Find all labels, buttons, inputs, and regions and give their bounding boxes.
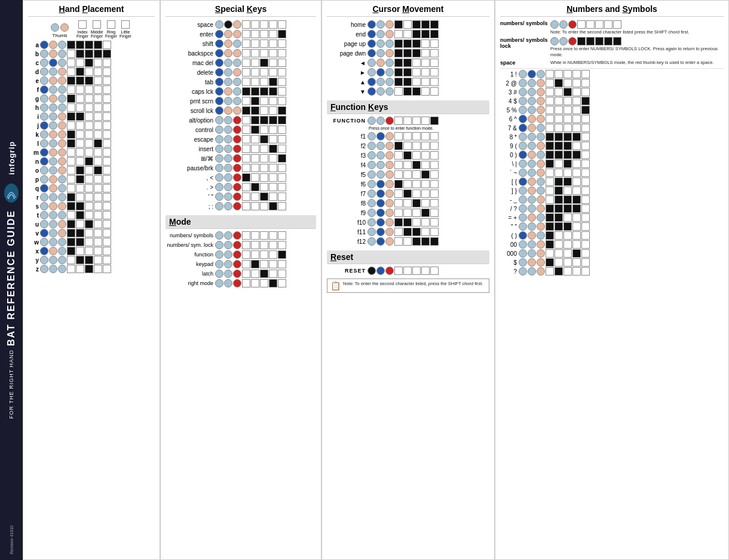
num-key-3: 3 # bbox=[500, 88, 724, 96]
special-key-backspace: backspce bbox=[166, 49, 316, 57]
nums-note2: Press once to enter NUMBERS/ SYMBOLS LOC… bbox=[550, 46, 724, 58]
special-key-alt: alt/option bbox=[166, 116, 316, 124]
brand-label: infogrip bbox=[7, 141, 16, 175]
func-key-f10: f10 bbox=[327, 218, 489, 227]
num-key-4: 4 $ bbox=[500, 97, 724, 105]
mode-function: function bbox=[166, 250, 316, 259]
key-row-e: e bbox=[28, 76, 155, 85]
function-keys-title: Function Keys bbox=[327, 100, 489, 114]
key-row-s: s bbox=[28, 202, 155, 210]
reset-note: Note: To enter the second character list… bbox=[343, 281, 483, 287]
num-key-dquote: " " bbox=[500, 222, 724, 231]
key-row-c: c bbox=[28, 59, 155, 67]
mode-nums: numbers/ symbols bbox=[166, 231, 316, 240]
little-label: Little Finger bbox=[119, 20, 132, 38]
num-key-000: 000 bbox=[500, 249, 724, 258]
sidebar: infogrip BAT REFERENCE GUIDE FOR THE RIG… bbox=[0, 0, 23, 560]
key-row-m: m bbox=[28, 148, 155, 157]
num-key-5: 5 % bbox=[500, 106, 724, 114]
num-key-slash: / ? bbox=[500, 204, 724, 213]
cursor-key-pagedown: page dwn bbox=[327, 49, 489, 57]
key-row-q: q bbox=[28, 184, 155, 192]
key-row-h: h bbox=[28, 103, 155, 112]
num-key-backslash: \ | bbox=[500, 160, 724, 168]
num-key-backtick: ` ~ bbox=[500, 169, 724, 177]
reset-row: RESET bbox=[327, 267, 489, 275]
key-row-b: b bbox=[28, 50, 155, 58]
special-key-space: space bbox=[166, 20, 316, 29]
func-key-f7: f7 bbox=[327, 189, 489, 198]
key-row-d: d bbox=[28, 68, 155, 76]
func-key-f4: f4 bbox=[327, 161, 489, 169]
reset-note-box: 📋 Note: To enter the second character li… bbox=[327, 279, 489, 293]
key-row-g: g bbox=[28, 94, 155, 103]
mode-subsection: Mode numbers/ symbols bbox=[166, 215, 316, 287]
mode-latch: latch bbox=[166, 270, 316, 278]
brand-logo bbox=[2, 181, 20, 205]
thumb-label: Thumb bbox=[51, 23, 69, 38]
num-key-6: 6 ^ bbox=[500, 115, 724, 123]
key-row-v: v bbox=[28, 229, 155, 237]
func-key-f3: f3 bbox=[327, 151, 489, 160]
mode-numslock: numbers/ sym. lock bbox=[166, 241, 316, 249]
special-key-tab: tab bbox=[166, 78, 316, 86]
nums-lock-header-row: numbers/ symbols lock Press once to ente… bbox=[500, 37, 724, 58]
cursor-key-down: ▼ bbox=[327, 87, 489, 96]
hand-placement-title: Hand Placement bbox=[28, 4, 155, 17]
guide-sub: FOR THE RIGHT HAND bbox=[8, 350, 14, 419]
func-key-f8: f8 bbox=[327, 199, 489, 207]
cursor-key-home: home bbox=[327, 20, 489, 29]
key-row-y: y bbox=[28, 256, 155, 264]
key-row-f: f bbox=[28, 85, 155, 94]
cursor-key-pageup: page up bbox=[327, 39, 489, 48]
num-key-equals: = + bbox=[500, 213, 724, 222]
key-row-x: x bbox=[28, 247, 155, 255]
num-key-2: 2 @ bbox=[500, 79, 724, 87]
nums-note1: Note: To enter the second character list… bbox=[550, 29, 689, 35]
special-key-scrolllck: scroll lck bbox=[166, 106, 316, 115]
mode-keypad: keypad bbox=[166, 260, 316, 268]
special-key-escape: escape bbox=[166, 135, 316, 143]
num-key-8: 8 * bbox=[500, 133, 724, 141]
func-key-f2: f2 bbox=[327, 142, 489, 150]
cursor-key-end: end bbox=[327, 30, 489, 38]
special-key-prntscrn: prnt scrn bbox=[166, 97, 316, 105]
reset-title: Reset bbox=[327, 250, 489, 264]
key-row-p: p bbox=[28, 175, 155, 183]
key-row-r: r bbox=[28, 193, 155, 201]
num-key-minus: - _ bbox=[500, 195, 724, 204]
special-key-pause: pause/brk bbox=[166, 164, 316, 172]
func-key-f12: f12 bbox=[327, 237, 489, 246]
ring-label: Ring Finger bbox=[105, 20, 118, 38]
num-key-question: ? bbox=[500, 267, 724, 276]
hand-placement-section: Hand Placement Thumb Index Finger bbox=[23, 0, 160, 560]
func-key-f9: f9 bbox=[327, 209, 489, 217]
cursor-key-up: ▲ bbox=[327, 78, 489, 86]
special-key-semicolon: ; : bbox=[166, 202, 316, 210]
key-row-t: t bbox=[28, 211, 155, 219]
thumb-circle bbox=[51, 23, 59, 32]
num-key-00: 00 bbox=[500, 240, 724, 249]
num-key-7: 7 & bbox=[500, 124, 724, 132]
mode-rightmode: right mode bbox=[166, 279, 316, 287]
func-key-f6: f6 bbox=[327, 180, 489, 188]
special-key-wincmd: ⊞/⌘ bbox=[166, 154, 316, 163]
func-key-f5: f5 bbox=[327, 170, 489, 179]
nums-space-row: space While in NUMBERS/SYMBOLS mode, the… bbox=[500, 60, 724, 66]
special-key-delete: delete bbox=[166, 68, 316, 76]
nums-note3: While in NUMBERS/SYMBOLS mode, the red t… bbox=[550, 60, 713, 66]
cursor-key-right: ► bbox=[327, 68, 489, 76]
key-row-j: j bbox=[28, 121, 155, 130]
special-key-quote: ' " bbox=[166, 192, 316, 201]
num-key-dollar: $ bbox=[500, 258, 724, 267]
divider bbox=[500, 68, 724, 69]
num-key-9: 9 ( bbox=[500, 142, 724, 150]
special-key-macdel: mac del bbox=[166, 59, 316, 67]
key-row-k: k bbox=[28, 130, 155, 139]
num-key-1: 1 ! bbox=[500, 70, 724, 78]
nums-header-row: numbers/ symbols Note: To enter the seco… bbox=[500, 20, 724, 35]
key-row-u: u bbox=[28, 220, 155, 228]
special-keys-title: Special Keys bbox=[166, 4, 316, 17]
function-note: Press once to enter function mode. bbox=[369, 126, 489, 130]
key-row-o: o bbox=[28, 166, 155, 175]
